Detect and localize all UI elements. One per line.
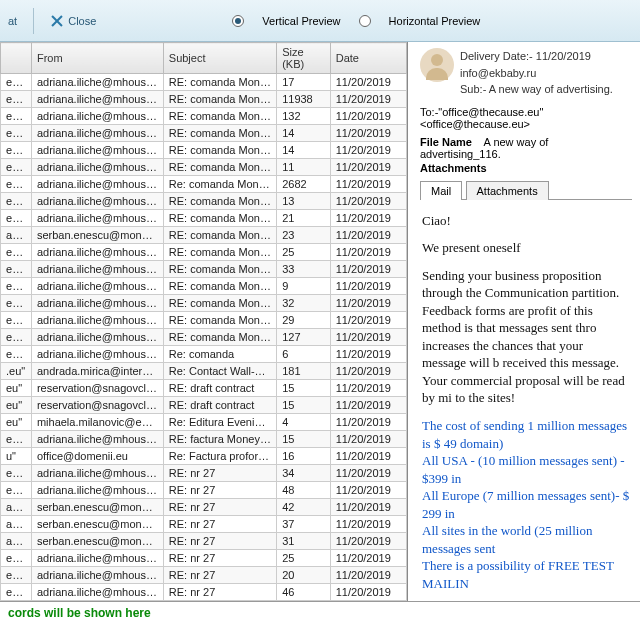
column-header[interactable]: Subject: [163, 43, 276, 74]
cell: e.eu": [1, 261, 32, 278]
column-header[interactable]: Size (KB): [277, 43, 331, 74]
table-row[interactable]: e.eu"adriana.iliche@mhouse.roRE: factura…: [1, 431, 407, 448]
radio-horizontal[interactable]: [359, 15, 371, 27]
delivery-date-label: Delivery Date:-: [460, 50, 533, 62]
table-row[interactable]: adita...serban.enescu@money.roRE: nr 273…: [1, 516, 407, 533]
cell: e.eu": [1, 567, 32, 584]
status-text: cords will be shown here: [8, 606, 151, 620]
table-row[interactable]: e.eu"adriana.iliche@mhouse.roRe: comanda…: [1, 176, 407, 193]
cell: e.eu": [1, 176, 32, 193]
cell: RE: draft contract: [163, 397, 276, 414]
cell: e.eu": [1, 431, 32, 448]
cell: RE: nr 27: [163, 550, 276, 567]
cell: 11/20/2019: [330, 227, 406, 244]
cell: 15: [277, 431, 331, 448]
cell: RE: comanda Money M...: [163, 295, 276, 312]
table-row[interactable]: e.eu"adriana.iliche@mhouse.roRE: comanda…: [1, 193, 407, 210]
table-row[interactable]: e.eu"adriana.iliche@mhouse.roRE: comanda…: [1, 91, 407, 108]
preview-pane: Delivery Date:- 11/20/2019 info@ekbaby.r…: [408, 42, 640, 601]
table-row[interactable]: adita...serban.enescu@money.roRE: nr 274…: [1, 499, 407, 516]
cell: e.eu": [1, 329, 32, 346]
tab-attachments[interactable]: Attachments: [466, 181, 549, 200]
table-row[interactable]: e.eu"adriana.iliche@mhouse.roRE: nr 2734…: [1, 465, 407, 482]
cell: RE: comanda Money M...: [163, 244, 276, 261]
body-p3: Sending your business proposition throug…: [422, 268, 619, 371]
table-row[interactable]: e.eu"adriana.iliche@mhouse.roRE: comanda…: [1, 312, 407, 329]
table-row[interactable]: eu"reservation@snagovclu...RE: draft con…: [1, 380, 407, 397]
cell: 11/20/2019: [330, 346, 406, 363]
cell: 37: [277, 516, 331, 533]
table-row[interactable]: e.eu"adriana.iliche@mhouse.roRE: comanda…: [1, 295, 407, 312]
cell: 11/20/2019: [330, 125, 406, 142]
table-row[interactable]: e.eu"adriana.iliche@mhouse.roRE: nr 2748…: [1, 482, 407, 499]
cell: 48: [277, 482, 331, 499]
cell: Re: comanda Money M...: [163, 176, 276, 193]
to-label: To:-: [420, 106, 438, 118]
cell: eu": [1, 414, 32, 431]
tab-mail[interactable]: Mail: [420, 181, 462, 200]
table-row[interactable]: e.eu"adriana.iliche@mhouse.roRE: comanda…: [1, 142, 407, 159]
table-row[interactable]: e.eu"adriana.iliche@mhouse.roRE: nr 2725…: [1, 550, 407, 567]
radio-vertical[interactable]: [232, 15, 244, 27]
cell: e.eu": [1, 465, 32, 482]
subject-label: Sub:-: [460, 83, 486, 95]
table-row[interactable]: e.eu"adriana.iliche@mhouse.roRE: comanda…: [1, 261, 407, 278]
cell: RE: comanda Money M...: [163, 278, 276, 295]
cell: e.eu": [1, 142, 32, 159]
table-row[interactable]: e.eu"adriana.iliche@mhouse.roRE: nr 2720…: [1, 567, 407, 584]
radio-horizontal-label: Horizontal Preview: [389, 15, 481, 27]
close-button[interactable]: Close: [50, 14, 96, 28]
cell: 11/20/2019: [330, 431, 406, 448]
table-row[interactable]: e.eu"adriana.iliche@mhouse.roRE: comanda…: [1, 244, 407, 261]
table-row[interactable]: e.eu"adriana.iliche@mhouse.roRE: comanda…: [1, 125, 407, 142]
table-row[interactable]: e.eu"adriana.iliche@mhouse.roRE: nr 2746…: [1, 584, 407, 601]
cell: 11/20/2019: [330, 533, 406, 550]
table-row[interactable]: eu"reservation@snagovclu...RE: draft con…: [1, 397, 407, 414]
table-row[interactable]: u"office@domenii.euRe: Factura proforma …: [1, 448, 407, 465]
cell: adriana.iliche@mhouse.ro: [31, 125, 163, 142]
cell: 11/20/2019: [330, 516, 406, 533]
table-row[interactable]: e.eu"adriana.iliche@mhouse.roRe: comanda…: [1, 346, 407, 363]
cell: 23: [277, 227, 331, 244]
cell: 25: [277, 244, 331, 261]
column-header[interactable]: Date: [330, 43, 406, 74]
cell: e.eu": [1, 482, 32, 499]
cell: RE: factura Money Mag...: [163, 431, 276, 448]
table-row[interactable]: adita...serban.enescu@money.roRE: comand…: [1, 227, 407, 244]
table-row[interactable]: e.eu"adriana.iliche@mhouse.roRE: comanda…: [1, 278, 407, 295]
cell: 17: [277, 74, 331, 91]
cell: 13: [277, 193, 331, 210]
radio-vertical-label: Vertical Preview: [262, 15, 340, 27]
cell: adita...: [1, 516, 32, 533]
table-row[interactable]: e.eu"adriana.iliche@mhouse.roRE: comanda…: [1, 329, 407, 346]
column-header[interactable]: [1, 43, 32, 74]
cell: adriana.iliche@mhouse.ro: [31, 295, 163, 312]
column-header[interactable]: From: [31, 43, 163, 74]
cell: 11: [277, 159, 331, 176]
mail-grid[interactable]: FromSubjectSize (KB)Date e.eu"adriana.il…: [0, 42, 408, 601]
table-row[interactable]: eu"mihaela.milanovic@evzg...Re: Editura …: [1, 414, 407, 431]
toolbar-at-button[interactable]: at: [8, 15, 17, 27]
cell: Re: Contact Wall-Street: [163, 363, 276, 380]
table-row[interactable]: e.eu"adriana.iliche@mhouse.roRE: comanda…: [1, 108, 407, 125]
cell: 2682: [277, 176, 331, 193]
cell: reservation@snagovclu...: [31, 397, 163, 414]
preview-tabs: Mail Attachments: [420, 180, 632, 200]
cell: RE: comanda Money M...: [163, 74, 276, 91]
cell: 11/20/2019: [330, 448, 406, 465]
table-row[interactable]: adita...serban.enescu@money.roRE: nr 273…: [1, 533, 407, 550]
table-row[interactable]: .eu"andrada.mirica@internet...Re: Contac…: [1, 363, 407, 380]
cell: adriana.iliche@mhouse.ro: [31, 584, 163, 601]
cell: RE: comanda Money M...: [163, 312, 276, 329]
cell: adriana.iliche@mhouse.ro: [31, 482, 163, 499]
table-row[interactable]: e.eu"adriana.iliche@mhouse.roRE: comanda…: [1, 159, 407, 176]
blue-line-1: The cost of sending 1 million messages i…: [422, 418, 627, 451]
body-p2: We present oneself: [422, 239, 630, 257]
table-row[interactable]: e.eu"adriana.iliche@mhouse.roRE: comanda…: [1, 74, 407, 91]
cell: 46: [277, 584, 331, 601]
cell: adita...: [1, 533, 32, 550]
table-row[interactable]: e.eu"adriana.iliche@mhouse.roRE: comanda…: [1, 210, 407, 227]
from-address: info@ekbaby.ru: [460, 65, 613, 82]
cell: RE: nr 27: [163, 584, 276, 601]
cell: RE: comanda Money M...: [163, 108, 276, 125]
